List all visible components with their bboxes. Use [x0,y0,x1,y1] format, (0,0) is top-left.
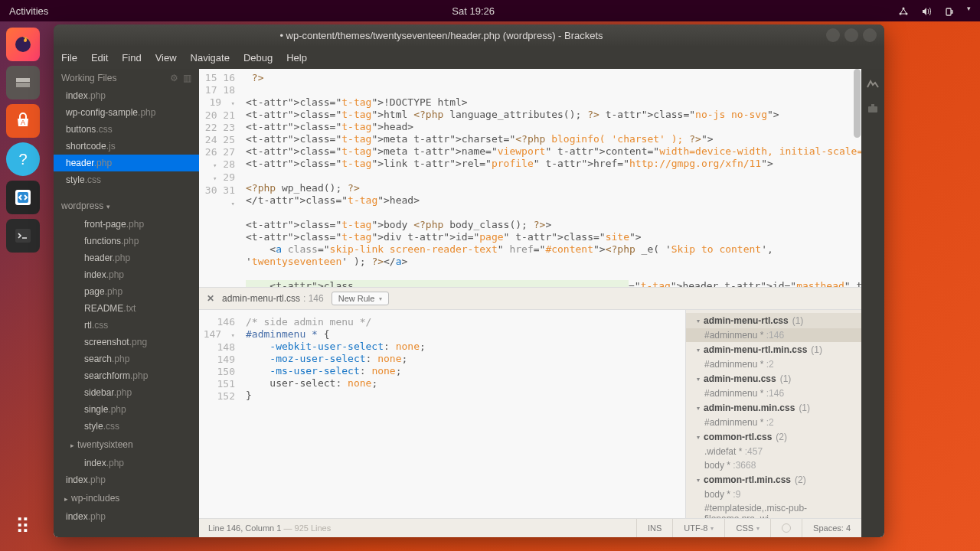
related-file[interactable]: ▾admin-menu-rtl.css (1) [686,313,861,328]
software-icon[interactable]: A [6,104,40,138]
related-file[interactable]: ▾common-rtl.min.css (2) [686,472,861,487]
working-file[interactable]: shortcode.js [54,138,199,155]
svg-rect-3 [946,8,951,15]
power-icon[interactable] [944,5,955,17]
menu-debug[interactable]: Debug [243,52,273,64]
tree-file[interactable]: screenshot.png [54,334,199,350]
tree-file[interactable]: searchform.php [54,367,199,384]
files-icon[interactable] [6,66,40,99]
minimize-button[interactable] [826,28,840,42]
gutter: 146 147 ▾ 148 149 150 151 152 [199,313,241,518]
tree-file[interactable]: search.php [54,350,199,367]
linting-status[interactable] [770,519,802,537]
window-title: • wp-content/themes/twentyseventeen/head… [61,30,822,41]
tree-file[interactable]: index.php [54,455,199,471]
tree-file[interactable]: index.php [54,266,199,283]
chevron-down-icon[interactable]: ▾ [967,5,971,17]
tree-file[interactable]: sidebar.php [54,384,199,401]
scrollbar[interactable] [853,69,861,287]
working-file[interactable]: wp-config-sample.php [54,104,199,121]
inline-filename: admin-menu-rtl.css [222,293,300,304]
working-files-header: Working Files ⚙ ▥ [54,69,199,87]
svg-rect-12 [871,104,874,106]
inline-editor[interactable]: 146 147 ▾ 148 149 150 151 152 /* side ad… [199,310,685,518]
tree-file[interactable]: functions.php [54,233,199,249]
ubuntu-dock: A ? ⠿ [0,21,46,551]
insert-mode[interactable]: INS [636,519,672,537]
network-icon[interactable] [898,5,909,17]
new-rule-button[interactable]: New Rule▾ [332,292,390,305]
related-file[interactable]: ▾admin-menu.min.css (1) [686,400,861,416]
brackets-icon[interactable] [6,181,40,214]
working-file[interactable]: header.php [54,155,199,171]
extensions-icon[interactable] [867,103,879,118]
tree-file[interactable]: style.css [54,418,199,435]
related-file[interactable]: ▾admin-menu.css (1) [686,371,861,386]
tree-file[interactable]: single.php [54,401,199,418]
inline-editor-header: ✕ admin-menu-rtl.css : 146 New Rule▾ [199,287,861,310]
menu-edit[interactable]: Edit [91,52,108,64]
live-preview-icon[interactable] [866,77,880,93]
split-icon[interactable]: ▥ [183,73,191,83]
code[interactable]: /* side admin menu */ #adminmenu * { -we… [241,313,685,518]
sound-icon[interactable] [921,5,932,17]
related-rule[interactable]: #adminmenu * :146 [686,328,861,342]
related-rule[interactable]: #adminmenu * :2 [686,416,861,429]
svg-rect-11 [868,106,877,112]
tree-file[interactable]: README.txt [54,300,199,317]
menu-help[interactable]: Help [286,52,307,64]
tree-file[interactable]: rtl.css [54,317,199,334]
help-icon[interactable]: ? [6,142,40,176]
editor-area: 15 16 17 18 19 ▾ 20 21 22 23 24 25 26 27… [199,69,861,537]
tree-file[interactable]: page.php [54,283,199,300]
svg-text:A: A [21,119,25,126]
working-file[interactable]: style.css [54,171,199,188]
activities-button[interactable]: Activities [9,5,48,17]
menubar: FileEditFindViewNavigateDebugHelp [54,46,884,69]
working-file[interactable]: index.php [54,87,199,104]
clock[interactable]: Sat 19:26 [48,5,898,17]
tree-folder[interactable]: ▸twentysixteen [54,435,199,455]
language[interactable]: CSS▾ [724,519,770,537]
encoding[interactable]: UTF-8▾ [672,519,724,537]
line-count: — 925 Lines [283,523,331,533]
related-rule[interactable]: #templateside,.misc-pub-filename,pre,.wi… [686,501,861,518]
menu-navigate[interactable]: Navigate [191,52,230,64]
related-rule[interactable]: #adminmenu * :146 [686,386,861,400]
main-editor[interactable]: 15 16 17 18 19 ▾ 20 21 22 23 24 25 26 27… [199,69,861,287]
project-root[interactable]: wordpress ▾ [54,196,199,216]
terminal-icon[interactable] [6,219,40,253]
working-file[interactable]: buttons.css [54,121,199,138]
related-file[interactable]: ▾admin-menu-rtl.min.css (1) [686,342,861,357]
gear-icon[interactable]: ⚙ [170,73,178,83]
statusbar: Line 146, Column 1 — 925 Lines INS UTF-8… [199,518,861,537]
svg-rect-5 [16,78,30,82]
gutter: 15 16 17 18 19 ▾ 20 21 22 23 24 25 26 27… [199,69,241,287]
related-rule[interactable]: .widefat * :457 [686,445,861,458]
tree-file[interactable]: index.php [54,471,199,488]
svg-rect-10 [15,229,31,243]
related-rule[interactable]: #adminmenu * :2 [686,357,861,371]
menu-find[interactable]: Find [122,52,141,64]
indent[interactable]: Spaces: 4 [802,519,861,537]
close-inline-icon[interactable]: ✕ [207,293,214,304]
firefox-icon[interactable] [6,28,40,61]
tree-file[interactable]: header.php [54,249,199,266]
inline-line: : 146 [303,293,324,304]
menu-view[interactable]: View [155,52,177,64]
related-file[interactable]: ▾common-rtl.css (2) [686,429,861,445]
menu-file[interactable]: File [61,52,77,64]
show-apps-icon[interactable]: ⠿ [6,510,40,543]
tree-file[interactable]: index.php [54,508,199,525]
code[interactable]: ?> <t-attr">class="t-tag">!DOCTYPE html>… [241,69,861,287]
maximize-button[interactable] [844,28,858,42]
window-titlebar[interactable]: • wp-content/themes/twentyseventeen/head… [54,24,884,46]
brackets-window: • wp-content/themes/twentyseventeen/head… [54,24,884,537]
related-rule[interactable]: body * :9 [686,487,861,501]
svg-rect-6 [16,83,30,87]
sidebar: Working Files ⚙ ▥ index.phpwp-config-sam… [54,69,199,537]
tree-file[interactable]: front-page.php [54,216,199,233]
tree-folder[interactable]: ▸wp-includes [54,488,199,508]
close-button[interactable] [863,28,877,42]
related-rule[interactable]: body * :3668 [686,458,861,472]
